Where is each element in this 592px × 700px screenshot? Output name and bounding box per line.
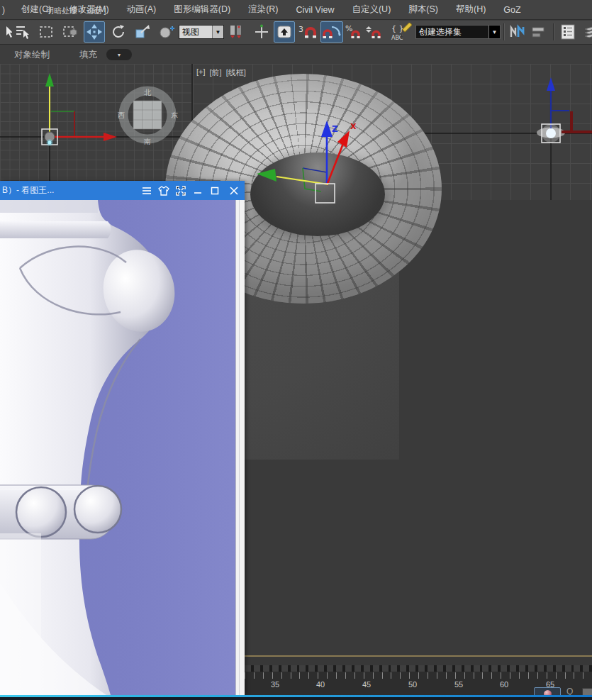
front-viewport-label: [+] [前] [线框] [196,67,246,78]
mirror-icon [508,23,525,40]
dropdown-arrow-icon[interactable]: ▼ [212,26,223,38]
window-crossing-button[interactable] [60,21,81,43]
snap-marker [48,141,52,145]
ribbon-toggle-button[interactable] [581,21,592,43]
list-cursor-icon [14,24,30,40]
menu-item-help[interactable]: 帮助(H) [456,4,486,16]
dropdown-arrow-icon[interactable]: ▼ [488,26,500,38]
gizmo-z-arrowhead[interactable] [547,77,555,91]
manipulate-sphere-icon [158,23,175,40]
percent-snap-toggle-button[interactable]: % [345,21,364,43]
use-pivot-point-button[interactable] [225,21,247,43]
viewer-fullscreen-button[interactable] [172,181,189,200]
toolbar-separator [553,23,554,40]
gizmo-x-arrowhead[interactable] [104,133,117,141]
snap-center-button[interactable] [251,21,272,43]
keyboard-shortcut-override-button[interactable] [274,21,295,43]
align-bars-icon [530,23,547,40]
viewcube-north-label[interactable]: 北 [144,89,152,96]
gizmo-y-arrowhead[interactable] [45,73,54,87]
viewer-maximize-button[interactable] [206,181,223,200]
rotate-circle-icon [110,23,127,40]
menu-item-animation[interactable]: 动画(A) [127,4,157,16]
ruler-label: 45 [357,680,376,689]
ruler-label: 60 [495,680,513,689]
layer-list-icon [560,23,576,40]
keycap-up-icon [276,23,293,40]
left-viewport-overlay: 北 东 南 西 [0,64,191,181]
viewcube-east-label[interactable]: 东 [171,111,178,119]
menu-item-cutoff-fragment[interactable]: ) [2,5,5,15]
viewer-theme-button[interactable] [155,181,172,200]
view-reference-dropdown[interactable]: 视图 ▼ [179,25,224,39]
align-button[interactable] [529,21,549,43]
viewport-top-left[interactable]: 北 东 南 西 [0,64,191,181]
edit-named-selection-sets-button[interactable]: { } ABC [390,21,413,43]
ruler-label: 40 [311,680,330,689]
viewer-minimize-button[interactable] [189,181,206,200]
spinner-snap-toggle-button[interactable] [364,21,384,43]
snap-toggle-3d-button[interactable]: 3 [296,21,319,43]
ruler-ticks [245,672,592,679]
viewcube-south-label[interactable]: 南 [144,138,151,145]
select-and-move-button[interactable] [84,21,105,43]
select-and-manipulate-button[interactable] [156,21,177,43]
ribbon-stack-icon [583,23,592,40]
timeline-gap [245,657,592,665]
select-and-rotate-button[interactable] [108,21,129,43]
object-paint-label[interactable]: 对象绘制 [14,49,50,61]
close-icon [230,187,238,195]
viewcube-west-label[interactable]: 西 [118,111,125,119]
dropdown-arrow-icon: ▼ [117,52,122,57]
viewer-window-title: B）- 看图王... [0,184,138,196]
magnet-angle-icon [321,23,342,40]
menu-item-civil-view[interactable]: Civil View [296,5,335,15]
scale-square-icon [134,23,151,40]
magnet-3d-icon: 3 [297,23,318,40]
toolbar-separator [503,23,505,40]
viewport-shading-button[interactable]: [线框] [226,67,246,78]
percent-label: % [345,24,352,33]
track-bar[interactable] [245,665,592,672]
view-dropdown-value: 视图 [179,26,212,38]
dashed-rect-cube-icon [62,24,78,40]
dashed-rect-icon [38,24,54,40]
viewport-menu-button[interactable]: [+] [196,67,206,78]
viewer-close-button[interactable] [223,181,245,200]
menu-item-customize[interactable]: 自定义(U) [352,4,391,16]
populate-label[interactable]: 填充 [79,49,97,61]
viewer-image-area[interactable] [0,200,245,695]
mirror-button[interactable] [506,21,527,43]
maximize-icon [211,187,219,195]
ruler-label: 50 [403,680,422,689]
angle-snap-toggle-button[interactable] [320,21,343,43]
menu-item-scripting[interactable]: 脚本(S) [408,4,438,16]
select-by-name-button[interactable] [11,21,33,43]
main-toolbar: 视图 ▼ 3 [0,21,592,45]
perspective-viewport-label[interactable]: 明暗处理 + 边面 ] [46,6,106,16]
viewer-right-border[interactable] [235,200,245,695]
chess-piece-image [0,200,236,695]
select-and-scale-button[interactable] [132,21,153,43]
ruler-label: 35 [266,680,284,689]
ruler-label: 55 [449,680,468,689]
viewport-view-button[interactable]: [前] [210,67,222,78]
layer-explorer-button[interactable] [557,21,579,43]
viewer-menu-button[interactable] [138,181,155,200]
menu-item-rendering[interactable]: 渲染(R) [248,4,278,16]
torus-hole [250,152,385,236]
viewer-title-bar[interactable]: B）- 看图王... [0,181,245,200]
menu-item-goz[interactable]: GoZ [503,5,520,15]
expand-arrows-icon [176,186,186,196]
braces-label: { } [391,24,404,33]
minimize-icon [194,187,202,195]
rectangular-selection-region-button[interactable] [35,21,57,43]
named-selection-set-dropdown[interactable]: 创建选择集 ▼ [415,25,501,39]
populate-dropdown-chip[interactable]: ▼ [106,49,132,60]
vertex-dot [546,128,556,138]
shirt-icon [158,186,169,196]
image-viewer-window: B）- 看图王... [0,181,245,695]
cursor-icon [0,25,12,39]
object-paint-toolbar: 对象绘制 填充 ▼ [0,45,592,65]
menu-item-graph-editors[interactable]: 图形编辑器(D) [174,4,230,16]
